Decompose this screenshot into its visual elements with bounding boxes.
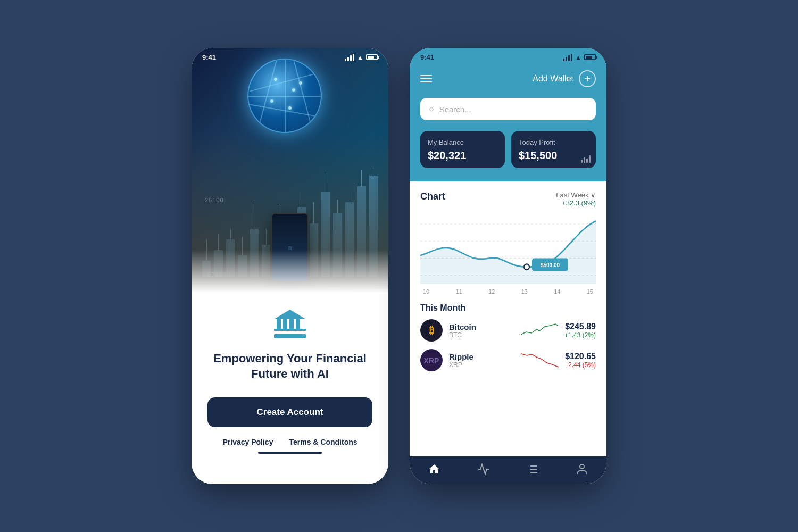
hero-image: 26100 57888 ||| [192, 48, 388, 293]
search-placeholder: Search... [439, 105, 471, 114]
add-wallet-button[interactable]: + [579, 70, 596, 87]
my-balance-card: My Balance $20,321 [420, 131, 505, 168]
globe-graphic [247, 59, 332, 144]
btc-name: Bitcoin [449, 322, 514, 331]
menu-button[interactable] [420, 75, 432, 82]
svg-rect-0 [274, 334, 306, 338]
my-balance-value: $20,321 [428, 149, 497, 162]
svg-marker-6 [274, 310, 306, 319]
signal-icon-1 [345, 54, 354, 61]
x-label-4: 14 [554, 288, 560, 295]
xrp-sparkline [521, 351, 559, 370]
x-label-5: 15 [587, 288, 593, 295]
dashboard-screen: 9:41 ▲ Add Wallet + ○ Search... My B [410, 48, 606, 484]
x-label-0: 10 [423, 288, 429, 295]
footer-links: Privacy Policy Terms & Conditons [222, 438, 357, 446]
wifi-icon-2: ▲ [575, 54, 581, 61]
search-input-wrap[interactable]: ○ Search... [420, 98, 596, 120]
btc-symbol: BTC [449, 331, 514, 339]
btc-price: $245.89 [564, 322, 596, 331]
svg-point-11 [524, 264, 529, 270]
home-icon [428, 463, 440, 476]
list-icon [526, 463, 539, 476]
x-label-3: 13 [521, 288, 528, 295]
home-indicator-1 [258, 452, 322, 454]
status-icons-1: ▲ [345, 54, 378, 61]
privacy-policy-link[interactable]: Privacy Policy [222, 438, 273, 446]
today-profit-value: $15,500 [519, 149, 588, 162]
crypto-item-xrp[interactable]: XRP Ripple XRP $120.65 -2.44 (5%) [420, 349, 596, 371]
terms-link[interactable]: Terms & Conditons [289, 438, 357, 446]
search-icon: ○ [429, 104, 434, 114]
status-time-1: 9:41 [202, 53, 216, 61]
btc-info: Bitcoin BTC [449, 322, 514, 339]
chart-period-area: Last Week ∨ +32.3 (9%) [556, 191, 596, 207]
chart-svg: $500.00 [420, 210, 596, 284]
nav-profile[interactable] [576, 463, 588, 476]
profile-icon [576, 463, 588, 476]
chart-period[interactable]: Last Week ∨ [556, 191, 596, 199]
chart-x-labels: 10 11 12 13 14 15 [420, 288, 596, 295]
xrp-change: -2.44 (5%) [565, 361, 596, 369]
svg-rect-3 [283, 319, 287, 329]
x-label-2: 12 [488, 288, 495, 295]
nav-list[interactable] [526, 463, 539, 476]
xrp-name: Ripple [449, 352, 515, 361]
svg-rect-2 [277, 319, 281, 329]
tagline: Empowering Your Financial Future with AI [207, 351, 372, 381]
dashboard-body: Chart Last Week ∨ +32.3 (9%) [410, 181, 606, 456]
x-label-1: 11 [456, 288, 462, 295]
today-profit-card: Today Profit $15,500 [511, 131, 596, 168]
xrp-price-info: $120.65 -2.44 (5%) [565, 352, 596, 369]
create-account-button[interactable]: Create Account [207, 397, 372, 427]
onboarding-screen: 9:41 ▲ [192, 48, 388, 484]
activity-icon [477, 463, 490, 476]
svg-text:XRP: XRP [424, 356, 439, 365]
svg-rect-5 [296, 319, 300, 329]
chart-section-header: Chart Last Week ∨ +32.3 (9%) [420, 191, 596, 207]
bottom-nav [410, 456, 606, 484]
status-icons-2: ▲ [563, 54, 596, 61]
bank-icon [271, 309, 309, 340]
crypto-item-btc[interactable]: ₿ Bitcoin BTC $245.89 +1.43 (2%) [420, 319, 596, 342]
add-wallet-label: Add Wallet [533, 74, 573, 84]
this-month-title: This Month [420, 303, 596, 313]
btc-price-info: $245.89 +1.43 (2%) [564, 322, 596, 339]
battery-icon-1 [366, 54, 378, 60]
chart-container: $500.00 [420, 210, 596, 284]
mini-chart-icon [581, 155, 591, 163]
btc-sparkline [521, 321, 558, 340]
svg-rect-4 [289, 319, 294, 329]
onboarding-content: Empowering Your Financial Future with AI… [192, 293, 388, 484]
balance-cards: My Balance $20,321 Today Profit $15,500 [410, 131, 606, 181]
today-profit-label: Today Profit [519, 138, 588, 146]
add-wallet-area: Add Wallet + [533, 70, 596, 87]
nav-home[interactable] [428, 463, 440, 476]
hero-fade [192, 250, 388, 293]
xrp-symbol: XRP [449, 361, 515, 369]
chart-change: +32.3 (9%) [556, 199, 596, 207]
status-bar-2: 9:41 ▲ [410, 48, 606, 64]
status-time-2: 9:41 [420, 53, 434, 61]
my-balance-label: My Balance [428, 138, 497, 146]
svg-text:$500.00: $500.00 [541, 262, 560, 268]
xrp-icon: XRP [420, 349, 443, 371]
svg-rect-1 [274, 329, 306, 331]
crypto-list: ₿ Bitcoin BTC $245.89 +1.43 (2%) [420, 319, 596, 371]
signal-icon-2 [563, 54, 572, 61]
search-bar-container: ○ Search... [410, 98, 606, 131]
btc-icon: ₿ [420, 319, 443, 342]
battery-icon-2 [584, 54, 596, 60]
svg-point-24 [580, 464, 584, 469]
wifi-icon-1: ▲ [357, 54, 363, 61]
svg-text:₿: ₿ [429, 325, 434, 336]
status-bar-1: 9:41 ▲ [192, 48, 388, 64]
nav-activity[interactable] [477, 463, 490, 476]
xrp-info: Ripple XRP [449, 352, 515, 369]
xrp-price: $120.65 [565, 352, 596, 361]
btc-change: +1.43 (2%) [564, 331, 596, 339]
chart-title: Chart [420, 191, 445, 202]
